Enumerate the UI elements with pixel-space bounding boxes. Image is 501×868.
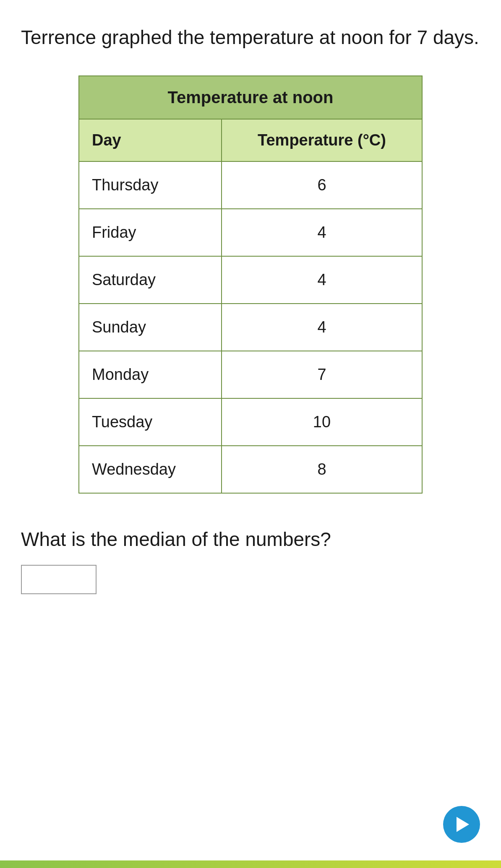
table-row: Friday4	[79, 209, 422, 257]
temp-cell: 6	[222, 162, 422, 208]
day-cell: Wednesday	[79, 446, 222, 493]
answer-area	[21, 565, 480, 594]
temp-cell: 4	[222, 209, 422, 256]
question-text: What is the median of the numbers?	[21, 527, 480, 552]
temp-cell: 4	[222, 304, 422, 351]
table-header-row: Day Temperature (°C)	[79, 120, 422, 162]
day-cell: Thursday	[79, 162, 222, 208]
table-row: Sunday4	[79, 304, 422, 351]
table-body: Thursday6Friday4Saturday4Sunday4Monday7T…	[79, 162, 422, 493]
col-day-header: Day	[79, 120, 222, 161]
intro-text: Terrence graphed the temperature at noon…	[21, 25, 480, 50]
table-row: Saturday4	[79, 257, 422, 304]
day-cell: Sunday	[79, 304, 222, 351]
day-cell: Monday	[79, 351, 222, 398]
table-row: Monday7	[79, 351, 422, 399]
temp-cell: 7	[222, 351, 422, 398]
table-row: Wednesday8	[79, 446, 422, 493]
answer-input[interactable]	[21, 565, 97, 594]
day-cell: Saturday	[79, 257, 222, 303]
temperature-table: Temperature at noon Day Temperature (°C)…	[78, 75, 423, 494]
table-row: Tuesday10	[79, 399, 422, 446]
table-row: Thursday6	[79, 162, 422, 209]
bottom-bar	[0, 860, 501, 868]
col-temp-header: Temperature (°C)	[222, 120, 422, 161]
table-title: Temperature at noon	[79, 76, 422, 120]
temp-cell: 10	[222, 399, 422, 445]
temp-cell: 4	[222, 257, 422, 303]
day-cell: Tuesday	[79, 399, 222, 445]
day-cell: Friday	[79, 209, 222, 256]
temp-cell: 8	[222, 446, 422, 493]
submit-button[interactable]	[443, 806, 480, 843]
